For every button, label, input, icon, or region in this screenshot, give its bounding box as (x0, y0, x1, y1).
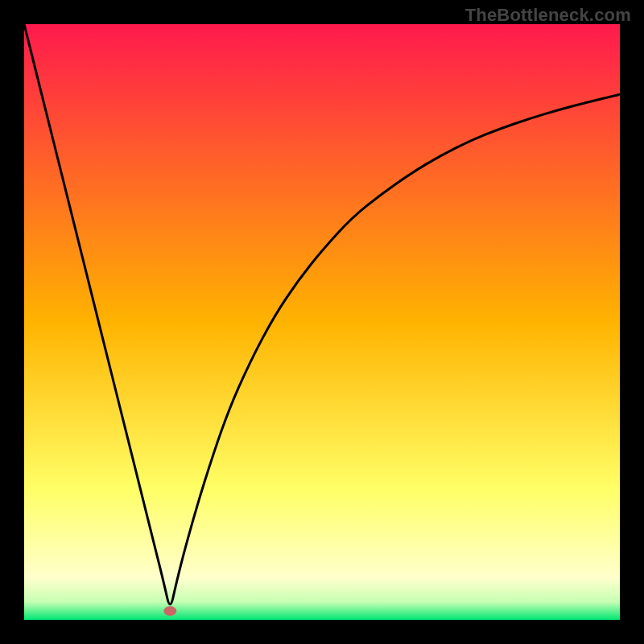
chart-frame: TheBottleneck.com (0, 0, 644, 644)
optimum-marker (163, 606, 176, 616)
plot-area (24, 24, 620, 620)
chart-background (24, 24, 620, 620)
watermark-text: TheBottleneck.com (465, 5, 631, 26)
chart-svg (24, 24, 620, 620)
